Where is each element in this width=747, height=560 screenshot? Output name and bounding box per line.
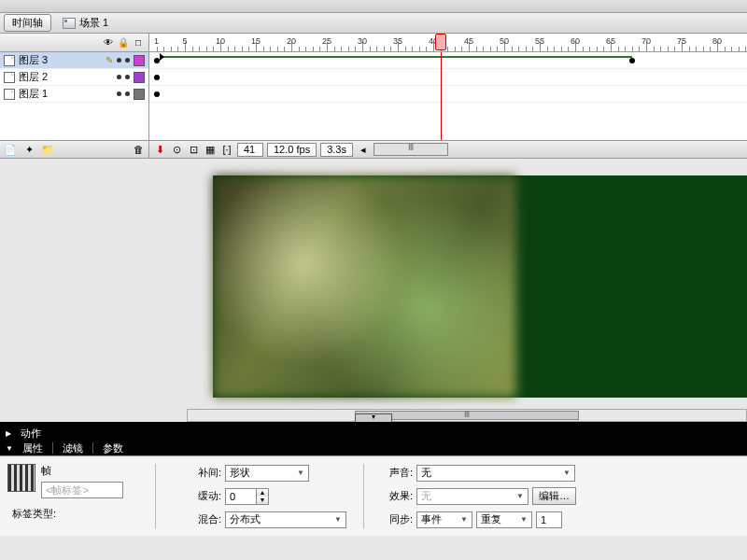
onion-outline-icon[interactable]: ⊡: [187, 143, 200, 156]
add-folder-icon[interactable]: 📁: [41, 143, 54, 156]
tab-properties[interactable]: 属性: [22, 441, 43, 455]
outline-icon[interactable]: □: [132, 36, 145, 49]
tab-params[interactable]: 参数: [103, 441, 123, 455]
repeat-select[interactable]: 重复▼: [476, 511, 532, 528]
color-swatch[interactable]: [134, 55, 145, 66]
layer-name: 图层 3: [19, 53, 102, 67]
time-display: 3.3s: [320, 143, 353, 157]
timeline-tab[interactable]: 时间轴: [4, 14, 51, 32]
sound-select[interactable]: 无▼: [416, 465, 575, 482]
add-layer-icon[interactable]: 📄: [4, 143, 17, 156]
panel-collapse-handle[interactable]: [355, 413, 392, 422]
playhead[interactable]: [435, 34, 446, 50]
visibility-dot[interactable]: [117, 58, 121, 63]
layer-icon: [4, 55, 15, 66]
scene-tab[interactable]: 场景 1: [63, 16, 108, 30]
layer-row[interactable]: 图层 2: [0, 69, 148, 86]
eye-icon[interactable]: 👁: [102, 36, 115, 49]
frame-thumbnail: [7, 464, 35, 492]
frame-label: 帧: [41, 464, 123, 478]
trash-icon[interactable]: 🗑: [132, 143, 145, 156]
expand-icon[interactable]: ▼: [6, 444, 13, 453]
layer-icon: [4, 72, 15, 83]
tween-label: 补间:: [173, 466, 221, 480]
current-frame: 41: [237, 143, 263, 157]
lock-icon[interactable]: 🔒: [117, 36, 130, 49]
layer-name: 图层 2: [19, 70, 100, 84]
edit-multi-icon[interactable]: ▦: [204, 143, 217, 156]
color-swatch[interactable]: [134, 72, 145, 83]
layer-row[interactable]: 图层 1: [0, 86, 148, 103]
frame-row[interactable]: [149, 69, 747, 86]
frame-marker-icon[interactable]: [·]: [220, 143, 233, 156]
frame-label-input[interactable]: <帧标签>: [41, 482, 123, 498]
scroll-left-icon[interactable]: ◂: [357, 143, 370, 156]
visibility-dot[interactable]: [117, 91, 121, 96]
layer-name: 图层 1: [19, 87, 100, 101]
expand-icon[interactable]: ▶: [6, 429, 11, 438]
lock-dot[interactable]: [125, 91, 130, 96]
stage-content-image: [213, 175, 516, 398]
add-guide-icon[interactable]: ✦: [22, 143, 35, 156]
ease-label: 缓动:: [173, 489, 221, 503]
blend-select[interactable]: 分布式▼: [225, 511, 346, 528]
blend-label: 混合:: [173, 512, 221, 526]
center-frame-icon[interactable]: ⬇: [153, 143, 166, 156]
sync-label: 同步:: [381, 512, 413, 526]
ease-stepper[interactable]: 0 ▲▼: [225, 488, 269, 505]
visibility-dot[interactable]: [117, 75, 121, 79]
color-swatch[interactable]: [134, 89, 145, 100]
fps-display: 12.0 fps: [267, 143, 317, 157]
layer-icon: [4, 89, 15, 100]
tween-select[interactable]: 形状▼: [225, 465, 309, 482]
onion-skin-icon[interactable]: ⊙: [170, 143, 183, 156]
edit-button[interactable]: 编辑…: [532, 487, 576, 505]
stage-hscrollbar[interactable]: [187, 409, 747, 422]
frame-row[interactable]: [149, 52, 747, 69]
sound-label: 声音:: [381, 466, 413, 480]
effect-label: 效果:: [381, 489, 413, 503]
timeline-scrollbar[interactable]: [374, 143, 448, 156]
label-type-label: 标签类型:: [7, 507, 56, 521]
repeat-count-input[interactable]: 1: [536, 511, 562, 528]
pencil-icon: ✎: [106, 55, 113, 65]
actions-panel-title[interactable]: 动作: [21, 427, 41, 441]
frame-row[interactable]: [149, 86, 747, 103]
scene-name: 场景 1: [79, 16, 108, 30]
sync-select[interactable]: 事件▼: [416, 511, 472, 528]
effect-select: 无▼: [416, 488, 529, 505]
layer-row[interactable]: 图层 3✎: [0, 52, 148, 69]
lock-dot[interactable]: [125, 58, 130, 63]
tab-filters[interactable]: 滤镜: [63, 441, 83, 455]
scene-icon: [63, 18, 76, 29]
lock-dot[interactable]: [125, 75, 130, 79]
frame-ruler[interactable]: 1510152025303540455055606570758085: [149, 34, 747, 51]
stage-canvas[interactable]: [213, 175, 747, 398]
